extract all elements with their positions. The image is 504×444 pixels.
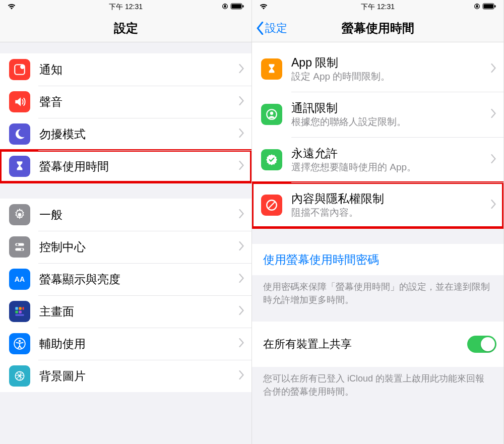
svg-text:AA: AA <box>15 275 25 283</box>
chevron-right-icon <box>239 241 244 252</box>
toggles-icon <box>9 236 30 258</box>
wallpaper-icon <box>9 365 30 387</box>
settings-list: 通知 聲音 勿擾模式 螢幕使用時間 <box>0 53 251 392</box>
row-content-privacy[interactable]: 內容與隱私權限制 阻擋不當內容。 <box>252 182 503 228</box>
share-footer: 您可以在所有已登入 iCloud 的裝置上啟用此功能來回報合併的螢幕使用時間。 <box>252 367 503 404</box>
svg-rect-24 <box>483 4 493 8</box>
orientation-lock-icon <box>474 3 480 11</box>
svg-point-5 <box>20 65 25 69</box>
svg-rect-3 <box>242 5 243 8</box>
row-sub: 根據您的聯絡人設定限制。 <box>291 116 487 129</box>
row-label: 在所有裝置上共享 <box>263 337 467 351</box>
svg-point-10 <box>21 248 23 250</box>
row-control-center[interactable]: 控制中心 <box>0 231 251 263</box>
row-sounds[interactable]: 聲音 <box>0 86 251 118</box>
chevron-right-icon <box>239 370 244 382</box>
screen-time-list: App 限制 設定 App 的時間限制。 通訊限制 根據您的聯絡人設定限制。 <box>252 42 503 404</box>
row-label: 主畫面 <box>39 304 235 319</box>
row-label: 背景圖片 <box>39 369 235 384</box>
row-label: 一般 <box>39 208 235 222</box>
chevron-right-icon <box>239 274 244 285</box>
row-dnd[interactable]: 勿擾模式 <box>0 118 251 150</box>
row-share-across-devices[interactable]: 在所有裝置上共享 <box>252 322 503 367</box>
row-label: App 限制 <box>291 55 487 70</box>
page-title: 設定 <box>114 20 138 36</box>
wifi-icon <box>259 3 268 12</box>
battery-icon <box>482 3 496 11</box>
share-toggle[interactable] <box>467 336 496 353</box>
row-label: 永遠允許 <box>291 146 487 161</box>
row-label: 勿擾模式 <box>39 127 235 142</box>
orientation-lock-icon <box>222 3 228 11</box>
svg-rect-13 <box>19 307 21 309</box>
svg-rect-16 <box>19 310 21 313</box>
chevron-right-icon <box>239 96 244 107</box>
sounds-icon <box>9 91 30 112</box>
row-label: 輔助使用 <box>39 337 235 351</box>
chevron-right-icon <box>239 338 244 349</box>
row-label: 通知 <box>39 62 235 77</box>
row-notifications[interactable]: 通知 <box>0 53 251 86</box>
svg-rect-2 <box>231 4 241 8</box>
status-time: 下午 12:31 <box>109 3 143 12</box>
nav-header: 設定 螢幕使用時間 <box>252 14 503 42</box>
status-bar: 下午 12:31 <box>252 0 503 14</box>
row-label: 聲音 <box>39 95 235 109</box>
home-screen-icon <box>9 301 30 322</box>
row-wallpaper[interactable]: 背景圖片 <box>0 360 251 392</box>
svg-point-27 <box>270 112 274 115</box>
row-use-passcode[interactable]: 使用螢幕使用時間密碼 <box>252 244 503 275</box>
chevron-right-icon <box>491 200 496 211</box>
status-bar: 下午 12:31 <box>0 0 251 14</box>
chevron-right-icon <box>491 64 496 75</box>
svg-rect-25 <box>494 5 495 8</box>
back-button[interactable]: 設定 <box>256 21 287 36</box>
accessibility-icon <box>9 333 30 354</box>
row-display[interactable]: AA 螢幕顯示與亮度 <box>0 263 251 295</box>
chevron-right-icon <box>239 161 244 172</box>
check-seal-icon <box>261 149 282 170</box>
svg-rect-12 <box>15 307 18 309</box>
row-label: 內容與隱私權限制 <box>291 192 487 206</box>
svg-line-29 <box>269 202 275 209</box>
svg-rect-15 <box>15 310 18 313</box>
phone-settings: 下午 12:31 設定 通知 聲音 <box>0 0 252 444</box>
display-icon: AA <box>9 269 30 290</box>
row-accessibility[interactable]: 輔助使用 <box>0 328 251 360</box>
row-home-screen[interactable]: 主畫面 <box>0 295 251 328</box>
hourglass-icon <box>261 58 282 80</box>
row-sub: 阻擋不當內容。 <box>291 207 487 219</box>
nav-header: 設定 <box>0 14 251 42</box>
svg-point-9 <box>17 243 19 245</box>
row-label: 通訊限制 <box>291 101 487 115</box>
back-label: 設定 <box>265 21 287 36</box>
wifi-icon <box>7 3 16 12</box>
passcode-footer: 使用密碼來保障「螢幕使用時間」的設定，並在達到限制時允許增加更多時間。 <box>252 275 503 312</box>
svg-rect-17 <box>15 314 24 315</box>
chevron-right-icon <box>491 154 496 165</box>
chevron-right-icon <box>239 209 244 220</box>
page-title: 螢幕使用時間 <box>342 20 414 36</box>
row-label: 控制中心 <box>39 240 235 255</box>
row-screen-time[interactable]: 螢幕使用時間 <box>0 150 251 182</box>
row-general[interactable]: 一般 <box>0 199 251 231</box>
row-communication-limits[interactable]: 通訊限制 根據您的聯絡人設定限制。 <box>252 92 503 137</box>
row-sub: 設定 App 的時間限制。 <box>291 71 487 83</box>
row-app-limits[interactable]: App 限制 設定 App 的時間限制。 <box>252 46 503 92</box>
no-entry-icon <box>261 195 282 216</box>
chevron-right-icon <box>239 129 244 140</box>
row-label: 使用螢幕使用時間密碼 <box>263 252 496 267</box>
chevron-right-icon <box>239 64 244 75</box>
chevron-right-icon <box>491 109 496 120</box>
svg-point-19 <box>19 340 21 342</box>
battery-icon <box>230 3 244 11</box>
chevron-right-icon <box>239 306 244 317</box>
moon-icon <box>9 123 30 145</box>
svg-rect-14 <box>22 307 24 309</box>
gear-icon <box>9 204 30 225</box>
svg-point-6 <box>18 213 22 217</box>
row-label: 螢幕顯示與亮度 <box>39 272 235 287</box>
row-always-allowed[interactable]: 永遠允許 選擇您想要隨時使用的 App。 <box>252 137 503 182</box>
hourglass-icon <box>9 156 30 177</box>
row-sub: 選擇您想要隨時使用的 App。 <box>291 161 487 174</box>
